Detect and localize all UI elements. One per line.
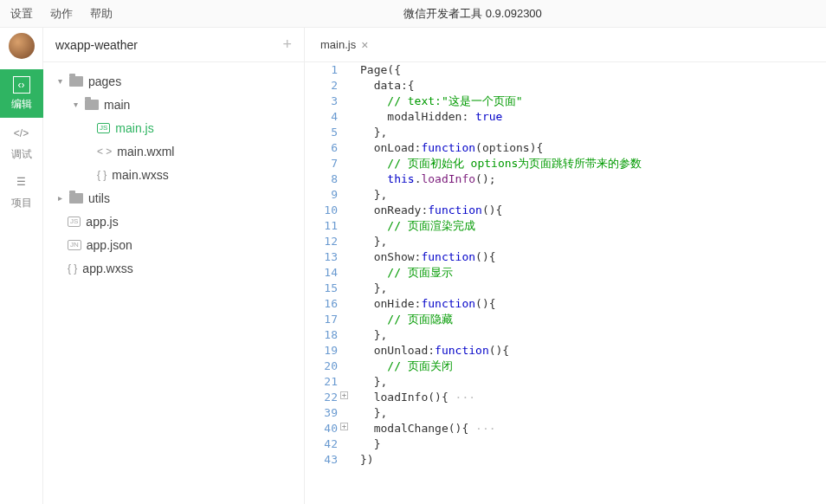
sidebar-project-button[interactable]: ☰ 项目 [0,166,43,215]
code-line[interactable]: 20 // 页面关闭 [305,359,826,374]
folder-main[interactable]: main [43,93,304,116]
sidebar-debug-label: 调试 [11,147,32,162]
folder-label: utils [88,191,110,205]
tab-main-js[interactable]: main.js × [312,38,377,52]
file-label: main.js [115,121,153,135]
file-app-js[interactable]: JS app.js [43,210,304,233]
code-line[interactable]: 19 onUnload:function(){ [305,343,826,359]
code-line[interactable]: 8 this.loadInfo(); [305,171,826,187]
folder-icon [69,76,83,87]
sidebar-project-label: 项目 [11,196,32,210]
js-file-icon: JS [68,216,81,227]
code-line[interactable]: 13 onShow:function(){ [305,249,826,265]
project-header: wxapp-weather + [43,28,304,62]
code-line[interactable]: 9 }, [305,187,826,203]
menu-settings[interactable]: 设置 [10,6,33,22]
app-title: 微信开发者工具 0.9.092300 [403,6,542,22]
code-line[interactable]: 6 onLoad:function(options){ [305,140,826,156]
code-line[interactable]: 14 // 页面显示 [305,265,826,281]
code-line[interactable]: 42 } [305,436,826,452]
file-main-wxml[interactable]: < > main.wxml [43,139,304,163]
wxss-file-icon: { } [68,262,77,275]
js-file-icon: JS [97,123,110,133]
code-line[interactable]: 40+ modalChange(){ ··· [305,421,826,436]
chevron-down-icon [71,100,80,109]
sidebar-edit-button[interactable]: ‹› 编辑 [0,69,43,118]
json-file-icon: JN [68,240,81,250]
file-label: app.json [87,238,132,252]
code-line[interactable]: 16 onHide:function(){ [305,296,826,312]
code-line[interactable]: 12 }, [305,234,826,249]
fold-expand-icon[interactable]: + [340,423,348,430]
folder-icon [85,100,99,110]
wxss-file-icon: { } [97,169,106,181]
project-name: wxapp-weather [55,38,138,52]
file-tree: pages main JS main.js < > main.wxml { } … [43,62,304,504]
code-line[interactable]: 43}) [305,452,826,468]
file-app-wxss[interactable]: { } app.wxss [43,256,304,280]
chevron-down-icon [55,76,64,86]
code-line[interactable]: 22+ loadInfo(){ ··· [305,390,826,405]
wxml-file-icon: < > [97,145,112,158]
file-main-wxss[interactable]: { } main.wxss [43,163,304,186]
file-app-json[interactable]: JN app.json [43,233,304,256]
hamburger-icon: ☰ [11,171,32,192]
code-line[interactable]: 1Page({ [305,62,826,78]
folder-label: main [104,98,130,112]
code-line[interactable]: 18 }, [305,327,826,343]
code-icon: ‹› [13,76,30,94]
editor-panel: main.js × 1Page({2 data:{3 // text:"这是一个… [305,28,826,504]
code-line[interactable]: 17 // 页面隐藏 [305,312,826,327]
sidebar-edit-label: 编辑 [11,97,32,112]
menu-help[interactable]: 帮助 [90,6,113,22]
code-line[interactable]: 10 onReady:function(){ [305,203,826,218]
add-file-button[interactable]: + [282,36,292,54]
sidebar-debug-button[interactable]: </> 调试 [0,118,43,166]
file-main-js[interactable]: JS main.js [43,116,304,139]
tab-label: main.js [320,38,356,51]
code-line[interactable]: 11 // 页面渲染完成 [305,218,826,234]
left-sidebar: ‹› 编辑 </> 调试 ☰ 项目 [0,28,43,504]
chevron-right-icon [55,193,64,203]
file-tree-panel: wxapp-weather + pages main JS main.js < … [43,28,305,504]
folder-label: pages [88,74,121,88]
folder-utils[interactable]: utils [43,186,304,210]
code-line[interactable]: 4 modalHidden: true [305,109,826,125]
code-line[interactable]: 39 }, [305,405,826,421]
avatar[interactable] [9,33,35,59]
code-editor[interactable]: 1Page({2 data:{3 // text:"这是一个页面"4 modal… [305,62,826,504]
fold-expand-icon[interactable]: + [340,391,348,399]
code-line[interactable]: 5 }, [305,125,826,140]
top-menu-bar: 设置 动作 帮助 微信开发者工具 0.9.092300 [0,0,826,28]
editor-tabs: main.js × [305,28,826,62]
file-label: main.wxss [112,168,168,182]
menu-actions[interactable]: 动作 [50,6,73,22]
file-label: app.js [86,215,118,229]
code-line[interactable]: 3 // text:"这是一个页面" [305,94,826,109]
folder-pages[interactable]: pages [43,69,304,93]
code-line[interactable]: 7 // 页面初始化 options为页面跳转所带来的参数 [305,156,826,171]
code-line[interactable]: 15 }, [305,281,826,296]
code-line[interactable]: 21 }, [305,374,826,390]
file-label: main.wxml [117,145,174,158]
code-line[interactable]: 2 data:{ [305,78,826,94]
debug-icon: </> [11,123,32,144]
folder-icon [69,193,83,204]
file-label: app.wxss [82,262,132,275]
close-icon[interactable]: × [361,38,368,52]
